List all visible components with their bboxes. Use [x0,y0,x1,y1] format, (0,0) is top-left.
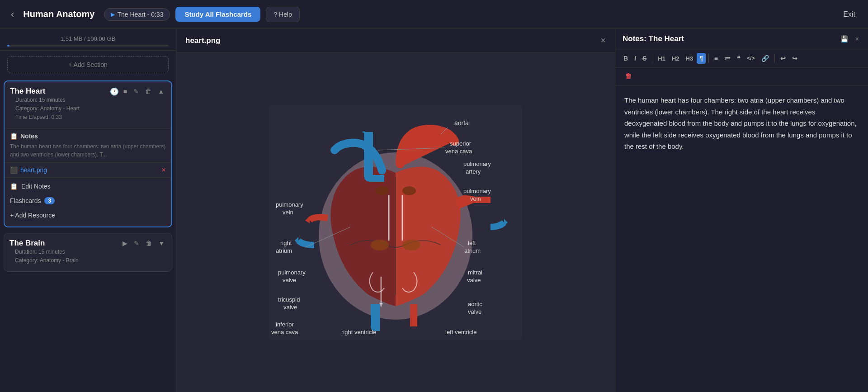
notes-label: 📋 Notes [10,132,166,140]
svg-text:valve: valve [283,277,296,283]
h2-button[interactable]: H2 [669,53,682,64]
save-notes-button[interactable]: 💾 [839,34,850,43]
svg-text:vein: vein [283,209,293,216]
svg-text:valve: valve [283,304,297,311]
svg-text:right ventricle: right ventricle [341,329,376,335]
edit-notes-button[interactable]: 📋 Edit Notes [10,179,166,193]
paragraph-button[interactable]: ¶ [697,53,706,64]
toolbar-divider-3 [774,54,775,63]
notes-panel-actions: 💾 × [839,34,861,43]
toolbar-row2: 🗑 [615,68,868,85]
center-panel: heart.png × [176,29,615,392]
close-notes-button[interactable]: × [854,34,861,43]
notes-section: 📋 Notes The human heart has four chamber… [5,128,171,162]
notes-panel: Notes: The Heart 💾 × B I S H1 H2 H3 ¶ ≡ … [615,29,868,392]
file-icon: ⬛ [10,166,18,174]
play-section-button[interactable]: ▶ [121,239,129,248]
flashcard-count-badge: 3 [44,197,55,204]
undo-button[interactable]: ↩ [778,53,788,64]
delete-brain-button[interactable]: 🗑 [144,239,154,248]
app-title: Human Anatomy [23,9,94,19]
section-card-brain: The Brain Duration: 15 minutes Category:… [4,233,172,272]
section-badge-label: The Heart - 0:33 [118,11,164,18]
study-all-flashcards-button[interactable]: Study All Flashcards [175,7,260,22]
svg-text:atrium: atrium [464,247,481,254]
svg-text:inferior: inferior [276,321,294,328]
notes-icon: 📋 [10,132,18,140]
svg-text:pulmonary: pulmonary [463,161,491,167]
toolbar-divider-2 [708,54,709,63]
section-title-brain: The Brain [9,239,84,248]
delete-section-button[interactable]: 🗑 [143,87,153,96]
notes-toolbar: B I S H1 H2 H3 ¶ ≡ ≔ ❝ </> 🔗 ↩ ↪ [615,49,868,68]
section-card-heart: The Heart Duration: 15 minutes Category:… [4,80,172,227]
link-button[interactable]: 🔗 [759,53,772,64]
play-icon: ▶ [111,11,115,18]
svg-text:pulmonary: pulmonary [463,188,491,194]
svg-point-7 [371,240,389,250]
bullet-list-button[interactable]: ≡ [712,53,721,64]
resource-filename: heart.png [20,166,47,174]
close-image-panel-button[interactable]: × [600,35,606,46]
h1-button[interactable]: H1 [655,53,668,64]
svg-text:vena cava: vena cava [271,329,298,335]
section-actions-heart: 🕐 ■ ✎ 🗑 ▲ [110,87,166,96]
code-button[interactable]: </> [744,53,757,63]
storage-progress-fill [7,45,9,47]
flashcards-label: Flashcards [10,197,41,204]
svg-text:mitral: mitral [468,269,482,276]
stop-button[interactable]: ■ [122,87,129,96]
svg-text:vein: vein [470,195,481,202]
resource-link-heart[interactable]: ⬛ heart.png ✕ [5,162,171,177]
sidebar: 1.51 MB / 100.00 GB + Add Section The He… [0,29,176,392]
svg-text:vena cava: vena cava [445,148,472,155]
svg-point-8 [402,240,420,250]
top-header: ‹ Human Anatomy ▶ The Heart - 0:33 Study… [0,0,868,29]
expand-brain-button[interactable]: ▼ [156,239,166,248]
svg-text:right: right [280,240,292,246]
notes-panel-header: Notes: The Heart 💾 × [615,29,868,49]
section-actions-row: 📋 Edit Notes Flashcards 3 + Add Resource [5,177,171,227]
flashcards-button[interactable]: Flashcards 3 [10,194,166,208]
svg-text:valve: valve [467,277,481,283]
italic-button[interactable]: I [632,53,639,64]
svg-text:left ventricle: left ventricle [445,329,476,335]
delete-note-button[interactable]: 🗑 [623,71,634,81]
notes-preview: The human heart has four chambers: two a… [10,142,166,159]
exit-button[interactable]: Exit [838,8,861,21]
storage-bar: 1.51 MB / 100.00 GB [0,29,176,51]
back-button[interactable]: ‹ [7,7,18,22]
section-meta-brain: Duration: 15 minutes Category: Anatomy -… [9,248,84,269]
svg-text:tricuspid: tricuspid [278,296,300,303]
edit-section-button[interactable]: ✎ [132,87,141,96]
edit-notes-icon: 📋 [10,183,18,190]
redo-button[interactable]: ↪ [789,53,800,64]
add-section-button[interactable]: + Add Section [7,56,169,73]
svg-text:superior: superior [450,140,472,147]
strikethrough-button[interactable]: S [640,53,649,64]
ordered-list-button[interactable]: ≔ [722,53,733,64]
image-container: aorta superior vena cava pulmonary arter… [176,52,615,392]
notes-content: The human heart has four chambers: two a… [615,85,868,392]
svg-text:aorta: aorta [454,119,469,127]
h3-button[interactable]: H3 [683,53,696,64]
svg-point-9 [375,186,389,195]
svg-text:artery: artery [466,168,481,175]
clock-icon: 🕐 [110,87,119,96]
svg-text:pulmonary: pulmonary [278,269,306,276]
collapse-section-button[interactable]: ▲ [156,87,166,96]
storage-label: 1.51 MB / 100.00 GB [61,35,115,42]
help-button[interactable]: ? Help [266,7,299,22]
image-panel-header: heart.png × [176,29,615,52]
section-actions-brain: ▶ ✎ 🗑 ▼ [121,239,166,248]
blockquote-button[interactable]: ❝ [734,53,743,64]
svg-text:atrium: atrium [276,247,292,254]
svg-text:valve: valve [468,308,481,315]
image-filename: heart.png [185,36,220,45]
notes-title: Notes [20,132,38,140]
add-resource-button[interactable]: + Add Resource [10,208,166,222]
edit-brain-button[interactable]: ✎ [132,239,141,248]
remove-resource-button[interactable]: ✕ [161,167,166,173]
section-badge[interactable]: ▶ The Heart - 0:33 [104,8,170,21]
bold-button[interactable]: B [621,53,631,64]
